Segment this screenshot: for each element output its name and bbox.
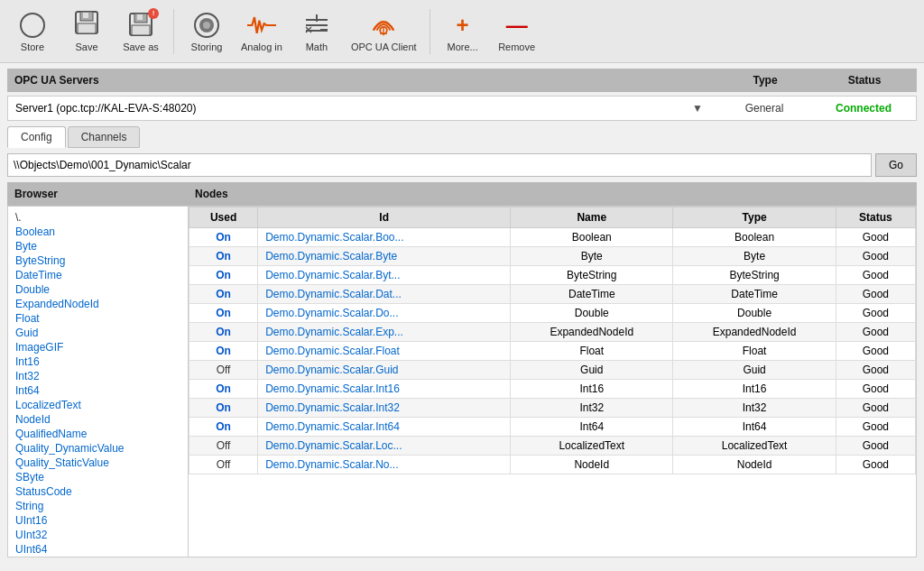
remove-button[interactable]: ― Remove bbox=[492, 5, 542, 59]
svg-rect-7 bbox=[132, 25, 150, 35]
saveas-button[interactable]: ! Save as bbox=[116, 5, 166, 59]
remove-label: Remove bbox=[498, 41, 535, 52]
cell-type: DateTime bbox=[673, 285, 836, 304]
servers-bar-label: OPC UA Servers bbox=[14, 74, 711, 87]
browser-item[interactable]: String bbox=[15, 499, 180, 513]
browser-item[interactable]: ExpandedNodeId bbox=[15, 297, 180, 311]
store-button[interactable]: Store bbox=[7, 5, 58, 59]
browser-item[interactable]: Quality_StaticValue bbox=[15, 456, 180, 470]
cell-used: On bbox=[189, 266, 258, 285]
browser-item[interactable]: QualifiedName bbox=[15, 427, 180, 441]
cell-status: Good bbox=[836, 361, 915, 380]
table-row[interactable]: OnDemo.Dynamic.Scalar.Boo...BooleanBoole… bbox=[189, 228, 916, 247]
cell-name: Float bbox=[511, 342, 673, 361]
table-row[interactable]: OnDemo.Dynamic.Scalar.Int32Int32Int32Goo… bbox=[189, 399, 916, 418]
path-row: Go bbox=[7, 153, 917, 177]
cell-type: Int16 bbox=[673, 380, 836, 399]
browser-item[interactable]: Byte bbox=[15, 239, 180, 253]
more-label: More... bbox=[448, 41, 478, 52]
cell-id: Demo.Dynamic.Scalar.Exp... bbox=[258, 323, 511, 342]
cell-type: ExpandedNodeId bbox=[673, 323, 836, 342]
analogin-button[interactable]: Analog in bbox=[236, 5, 288, 59]
browser-item[interactable]: \. bbox=[15, 210, 180, 225]
browser-item[interactable]: Quality_DynamicValue bbox=[15, 441, 180, 456]
table-row[interactable]: OffDemo.Dynamic.Scalar.Loc...LocalizedTe… bbox=[189, 437, 916, 456]
browser-item[interactable]: NodeId bbox=[15, 412, 180, 427]
browser-item[interactable]: Boolean bbox=[15, 225, 180, 239]
browser-item[interactable]: Int64 bbox=[15, 383, 180, 398]
save-label: Save bbox=[75, 41, 97, 52]
browser-item[interactable]: LocalizedText bbox=[15, 398, 180, 412]
tab-channels[interactable]: Channels bbox=[68, 126, 141, 148]
tab-config[interactable]: Config bbox=[7, 126, 66, 148]
cell-status: Good bbox=[836, 399, 915, 418]
cell-id: Demo.Dynamic.Scalar.Guid bbox=[258, 361, 511, 380]
opcua-button[interactable]: OPC UA Client bbox=[346, 5, 422, 59]
cell-type: ByteString bbox=[673, 266, 836, 285]
server-status: Connected bbox=[818, 102, 909, 115]
cell-id: Demo.Dynamic.Scalar.Dat... bbox=[258, 285, 511, 304]
cell-type: Int64 bbox=[673, 418, 836, 437]
browser-item[interactable]: SByte bbox=[15, 470, 180, 484]
table-row[interactable]: OnDemo.Dynamic.Scalar.Do...DoubleDoubleG… bbox=[189, 304, 916, 323]
math-button[interactable]: Math bbox=[291, 5, 342, 59]
browser-item[interactable]: Guid bbox=[15, 326, 180, 340]
browser-label: Browser bbox=[14, 188, 195, 200]
cell-id: Demo.Dynamic.Scalar.Int32 bbox=[258, 399, 511, 418]
cell-used: Off bbox=[189, 361, 258, 380]
cell-used: On bbox=[189, 399, 258, 418]
browser-item[interactable]: DateTime bbox=[15, 268, 180, 282]
toolbar-separator-2 bbox=[430, 9, 430, 54]
table-row[interactable]: OnDemo.Dynamic.Scalar.Dat...DateTimeDate… bbox=[189, 285, 916, 304]
browser-item[interactable]: Int32 bbox=[15, 369, 180, 383]
cell-used: On bbox=[189, 342, 258, 361]
server-select[interactable]: Server1 (opc.tcp://KAL-EVA-S:48020) bbox=[15, 102, 692, 115]
table-row[interactable]: OnDemo.Dynamic.Scalar.Exp...ExpandedNode… bbox=[189, 323, 916, 342]
cell-id: Demo.Dynamic.Scalar.Byt... bbox=[258, 266, 511, 285]
col-header-used: Used bbox=[189, 207, 258, 228]
table-row[interactable]: OnDemo.Dynamic.Scalar.FloatFloatFloatGoo… bbox=[189, 342, 916, 361]
analogin-label: Analog in bbox=[241, 41, 282, 52]
go-button[interactable]: Go bbox=[875, 153, 917, 177]
storing-button[interactable]: Storing bbox=[181, 5, 232, 59]
cell-type: NodeId bbox=[673, 456, 836, 474]
cell-status: Good bbox=[836, 285, 915, 304]
saveas-icon: ! bbox=[128, 12, 153, 39]
browser-item[interactable]: Int16 bbox=[15, 355, 180, 369]
cell-name: Int32 bbox=[511, 399, 673, 418]
cell-status: Good bbox=[836, 418, 915, 437]
cell-type: Guid bbox=[673, 361, 836, 380]
cell-status: Good bbox=[836, 247, 915, 266]
save-button[interactable]: Save bbox=[61, 5, 112, 59]
cell-type: Byte bbox=[673, 247, 836, 266]
cell-used: Off bbox=[189, 437, 258, 456]
cell-status: Good bbox=[836, 266, 915, 285]
browser-item[interactable]: UInt16 bbox=[15, 513, 180, 528]
cell-name: Byte bbox=[511, 247, 673, 266]
cell-type: Float bbox=[673, 342, 836, 361]
dropdown-arrow-icon: ▼ bbox=[692, 102, 703, 115]
browser-item[interactable]: StatusCode bbox=[15, 484, 180, 499]
cell-id: Demo.Dynamic.Scalar.Int64 bbox=[258, 418, 511, 437]
table-row[interactable]: OnDemo.Dynamic.Scalar.Int64Int64Int64Goo… bbox=[189, 418, 916, 437]
more-button[interactable]: + More... bbox=[438, 5, 488, 59]
browser-item[interactable]: UInt32 bbox=[15, 528, 180, 542]
browser-item[interactable]: Float bbox=[15, 311, 180, 326]
browser-item[interactable]: ImageGIF bbox=[15, 340, 180, 355]
table-row[interactable]: OnDemo.Dynamic.Scalar.Byt...ByteStringBy… bbox=[189, 266, 916, 285]
cell-status: Good bbox=[836, 456, 915, 474]
browser-item[interactable]: UInt64 bbox=[15, 542, 180, 557]
table-row[interactable]: OffDemo.Dynamic.Scalar.No...NodeIdNodeId… bbox=[189, 456, 916, 474]
col-header-id: Id bbox=[258, 207, 511, 228]
table-row[interactable]: OffDemo.Dynamic.Scalar.GuidGuidGuidGood bbox=[189, 361, 916, 380]
browser-item[interactable]: Double bbox=[15, 282, 180, 297]
table-row[interactable]: OnDemo.Dynamic.Scalar.Int16Int16Int16Goo… bbox=[189, 380, 916, 399]
servers-bar-status: Status bbox=[819, 74, 910, 87]
cell-id: Demo.Dynamic.Scalar.Boo... bbox=[258, 228, 511, 247]
table-row[interactable]: OnDemo.Dynamic.Scalar.ByteByteByteGood bbox=[189, 247, 916, 266]
path-input[interactable] bbox=[7, 153, 872, 177]
cell-id: Demo.Dynamic.Scalar.Do... bbox=[258, 304, 511, 323]
cell-name: Int64 bbox=[511, 418, 673, 437]
math-icon bbox=[302, 13, 331, 38]
browser-item[interactable]: ByteString bbox=[15, 253, 180, 268]
